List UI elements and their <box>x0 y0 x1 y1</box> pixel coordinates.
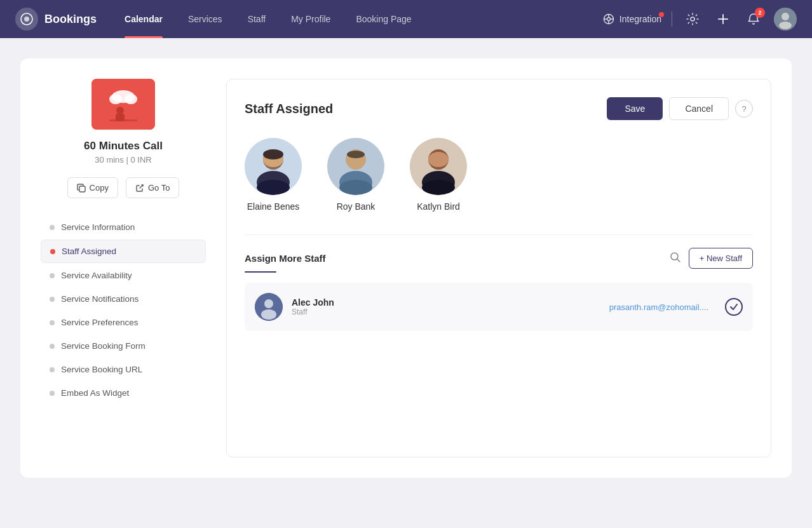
integration-icon <box>603 13 614 25</box>
svg-line-39 <box>677 259 680 262</box>
right-panel: Staff Assigned Save Cancel ? <box>226 79 771 457</box>
integration-button[interactable]: Integration <box>603 13 661 25</box>
nav-dot <box>50 320 55 325</box>
assign-more-title: Assign More Staff <box>245 253 326 264</box>
staff-avatar-elaine <box>245 138 302 195</box>
sidebar-label-booking-form: Service Booking Form <box>61 341 145 351</box>
sidebar-label-service-info: Service Information <box>61 222 135 232</box>
panel-header: Staff Assigned Save Cancel ? <box>245 97 753 120</box>
staff-name-elaine: Elaine Benes <box>247 201 300 212</box>
assign-more-section: Assign More Staff + New Staff <box>245 234 753 331</box>
sidebar-label-embed-widget: Embed As Widget <box>61 388 129 398</box>
add-button[interactable] <box>713 9 733 29</box>
staff-name-roy: Roy Bank <box>337 201 376 212</box>
nav-dot <box>50 391 55 396</box>
staff-name-katlyn: Katlyn Bird <box>417 201 460 212</box>
nav-staff[interactable]: Staff <box>235 0 279 38</box>
svg-point-3 <box>607 18 610 21</box>
svg-point-18 <box>116 107 124 114</box>
staff-avatar-roy <box>327 138 384 195</box>
panel-title: Staff Assigned <box>245 102 333 116</box>
new-staff-button[interactable]: + New Staff <box>689 248 753 269</box>
sidebar-item-embed-widget[interactable]: Embed As Widget <box>41 382 206 404</box>
header-right: Integration 2 <box>603 8 797 30</box>
plus-icon <box>717 13 729 25</box>
svg-point-41 <box>264 299 273 308</box>
cancel-button[interactable]: Cancel <box>669 97 729 120</box>
service-name: 60 Minutes Call <box>84 140 163 152</box>
settings-button[interactable] <box>682 9 703 29</box>
sidebar-item-booking-form[interactable]: Service Booking Form <box>41 335 206 357</box>
svg-point-16 <box>109 94 122 104</box>
nav-bookingpage[interactable]: Booking Page <box>343 0 424 38</box>
sidebar-item-notifications[interactable]: Service Notifications <box>41 288 206 310</box>
main-nav: Calendar Services Staff My Profile Booki… <box>112 0 603 38</box>
header: Bookings Calendar Services Staff My Prof… <box>0 0 812 38</box>
nav-dot <box>50 225 55 230</box>
sidebar-item-staff-assigned[interactable]: Staff Assigned <box>41 240 206 263</box>
svg-rect-20 <box>109 119 137 121</box>
svg-point-12 <box>782 13 789 20</box>
assign-header: Assign More Staff + New Staff <box>245 248 753 269</box>
staff-list-info-alec: Alec John Staff <box>292 297 600 316</box>
assigned-staff-list: Elaine Benes Roy Bank <box>245 138 753 212</box>
sidebar-item-preferences[interactable]: Service Preferences <box>41 311 206 334</box>
staff-card-roy[interactable]: Roy Bank <box>327 138 384 212</box>
copy-button[interactable]: Copy <box>67 177 118 198</box>
staff-list-email-alec: prasanth.ram@zohomail.... <box>609 302 708 312</box>
svg-point-42 <box>261 309 276 320</box>
staff-list-role-alec: Staff <box>292 308 600 316</box>
sidebar-label-preferences: Service Preferences <box>61 318 139 327</box>
goto-icon <box>135 184 144 193</box>
nav-dot <box>50 367 55 372</box>
left-panel: 60 Minutes Call 30 mins | 0 INR Copy Go … <box>41 79 206 457</box>
staff-list-item[interactable]: Alec John Staff prasanth.ram@zohomail...… <box>245 283 753 331</box>
header-divider <box>672 11 672 27</box>
svg-point-13 <box>779 22 792 29</box>
svg-point-17 <box>125 94 137 104</box>
check-icon <box>729 302 738 311</box>
sidebar-item-availability[interactable]: Service Availability <box>41 264 206 287</box>
logo[interactable]: Bookings <box>15 8 97 30</box>
sidebar-label-availability: Service Availability <box>61 271 132 280</box>
sidebar-item-booking-url[interactable]: Service Booking URL <box>41 358 206 381</box>
nav-dot-active <box>50 249 55 254</box>
gear-icon <box>686 13 699 25</box>
logo-icon <box>15 8 38 30</box>
content-card: 60 Minutes Call 30 mins | 0 INR Copy Go … <box>20 58 792 478</box>
assign-underline <box>245 271 276 273</box>
nav-services[interactable]: Services <box>175 0 235 38</box>
svg-point-36 <box>428 152 449 167</box>
service-thumbnail <box>91 79 155 130</box>
sidebar-item-service-info[interactable]: Service Information <box>41 216 206 238</box>
nav-dot <box>50 297 55 302</box>
svg-point-31 <box>347 151 365 158</box>
nav-myprofile[interactable]: My Profile <box>278 0 343 38</box>
action-buttons: Copy Go To <box>67 177 180 198</box>
svg-point-37 <box>422 180 455 195</box>
staff-select-check-alec[interactable] <box>725 298 743 316</box>
logo-text: Bookings <box>44 13 97 26</box>
integration-label: Integration <box>619 14 661 24</box>
search-icon <box>670 252 681 263</box>
search-button[interactable] <box>670 252 681 266</box>
main-content: 60 Minutes Call 30 mins | 0 INR Copy Go … <box>0 38 812 528</box>
nav-dot <box>50 344 55 349</box>
staff-card-katlyn[interactable]: Katlyn Bird <box>410 138 467 212</box>
svg-rect-14 <box>91 79 155 130</box>
sidebar-nav: Service Information Staff Assigned Servi… <box>41 216 206 404</box>
staff-list-avatar-image <box>255 293 283 321</box>
sidebar-label-staff-assigned: Staff Assigned <box>62 247 116 256</box>
user-avatar[interactable] <box>774 8 797 30</box>
goto-button[interactable]: Go To <box>126 177 179 198</box>
nav-calendar[interactable]: Calendar <box>112 0 175 38</box>
notifications-button[interactable]: 2 <box>743 9 764 29</box>
staff-card-elaine[interactable]: Elaine Benes <box>245 138 302 212</box>
help-button[interactable]: ? <box>735 100 753 118</box>
service-meta: 30 mins | 0 INR <box>95 155 151 165</box>
svg-rect-21 <box>79 186 85 192</box>
integration-dot <box>659 12 664 17</box>
svg-point-8 <box>691 17 694 21</box>
save-button[interactable]: Save <box>607 97 663 120</box>
nav-dot <box>50 273 55 278</box>
